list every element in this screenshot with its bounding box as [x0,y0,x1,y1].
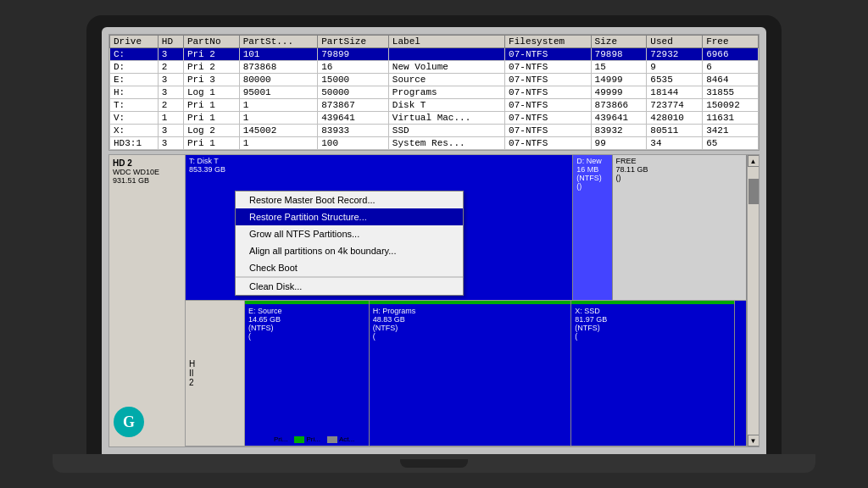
cell-partno[interactable]: Pri 2 [183,61,239,74]
cell-hd[interactable]: 3 [158,137,183,150]
partition-e[interactable]: E: Source 14.65 GB (NTFS) ( [245,301,370,446]
cell-partno[interactable]: Log 2 [183,125,239,137]
cell-label[interactable]: SSD [388,125,504,137]
cell-partno[interactable]: Pri 1 [183,112,239,125]
cell-filesystem[interactable]: 07-NTFS [505,48,592,61]
cell-partst[interactable]: 1 [239,137,318,150]
partition-x-extra: ( [575,332,731,341]
cell-used[interactable]: 80511 [647,125,703,137]
cell-size[interactable]: 14999 [591,74,647,86]
cell-hd[interactable]: 3 [158,48,183,61]
cell-partst[interactable]: 101 [239,48,318,61]
cell-drive[interactable]: C: [110,48,159,61]
menu-item[interactable]: Check Boot [236,259,463,276]
cell-hd[interactable]: 1 [158,112,183,125]
cell-drive[interactable]: HD3:1 [110,137,159,150]
cell-partsize[interactable]: 15000 [318,74,389,86]
cell-hd[interactable]: 3 [158,86,183,99]
cell-label[interactable]: Programs [388,86,504,99]
cell-partsize[interactable]: 83933 [318,125,389,137]
cell-filesystem[interactable]: 07-NTFS [505,74,592,86]
cell-free[interactable]: 11631 [703,112,759,125]
cell-used[interactable]: 723774 [647,99,703,112]
cell-partno[interactable]: Pri 2 [183,48,239,61]
cell-filesystem[interactable]: 07-NTFS [505,112,592,125]
partition-d[interactable]: D: New 16 MB (NTFS) () [573,155,612,300]
cell-partst[interactable]: 80000 [239,74,318,86]
cell-used[interactable]: 9 [647,61,703,74]
cell-free[interactable]: 8464 [703,74,759,86]
cell-partsize[interactable]: 50000 [318,86,389,99]
hd2-model: WDC WD10E [113,168,181,176]
cell-partno[interactable]: Pri 1 [183,99,239,112]
cell-free[interactable]: 65 [703,137,759,150]
cell-filesystem[interactable]: 07-NTFS [505,125,592,137]
col-used: Used [647,36,703,48]
cell-free[interactable]: 3421 [703,125,759,137]
cell-used[interactable]: 6535 [647,74,703,86]
cell-used[interactable]: 428010 [647,112,703,125]
cell-size[interactable]: 99 [591,137,647,150]
cell-label[interactable]: Disk T [388,99,504,112]
col-size: Size [591,36,647,48]
cell-partsize[interactable]: 873867 [318,99,389,112]
scroll-thumb[interactable] [748,179,759,204]
partition-d-label: D: New [576,157,608,165]
cell-used[interactable]: 18144 [647,86,703,99]
cell-label[interactable]: Source [388,74,504,86]
cell-drive[interactable]: X: [110,125,159,137]
vertical-scrollbar[interactable]: ▲ ▼ [747,155,759,446]
cell-drive[interactable]: V: [110,112,159,125]
cell-free[interactable]: 150092 [703,99,759,112]
cell-drive[interactable]: D: [110,61,159,74]
partition-h[interactable]: H: Programs 48.83 GB (NTFS) ( [370,301,572,446]
cell-partsize[interactable]: 16 [318,61,389,74]
cell-free[interactable]: 6966 [703,48,759,61]
cell-label[interactable]: Virtual Mac... [388,112,504,125]
cell-size[interactable]: 873866 [591,99,647,112]
menu-item[interactable]: Clean Disk... [236,278,463,295]
cell-drive[interactable]: T: [110,99,159,112]
cell-partno[interactable]: Log 1 [183,86,239,99]
cell-label[interactable]: New Volume [388,61,504,74]
partition-free-1[interactable]: FREE 78.11 GB () [613,155,747,300]
cell-filesystem[interactable]: 07-NTFS [505,86,592,99]
cell-filesystem[interactable]: 07-NTFS [505,137,592,150]
cell-partst[interactable]: 1 [239,112,318,125]
cell-size[interactable]: 83932 [591,125,647,137]
partition-x[interactable]: X: SSD 81.97 GB (NTFS) ( [571,301,735,446]
cell-used[interactable]: 72932 [647,48,703,61]
menu-item[interactable]: Align all partitions on 4k boundary... [236,242,463,259]
cell-free[interactable]: 31855 [703,86,759,99]
cell-size[interactable]: 49999 [591,86,647,99]
cell-filesystem[interactable]: 07-NTFS [505,99,592,112]
cell-hd[interactable]: 3 [158,74,183,86]
cell-drive[interactable]: E: [110,74,159,86]
cell-drive[interactable]: H: [110,86,159,99]
menu-item[interactable]: Restore Partition Structure... [236,208,463,225]
cell-partsize[interactable]: 79899 [318,48,389,61]
scroll-up[interactable]: ▲ [748,155,760,167]
cell-partst[interactable]: 95001 [239,86,318,99]
cell-partsize[interactable]: 100 [318,137,389,150]
cell-partno[interactable]: Pri 1 [183,137,239,150]
cell-hd[interactable]: 2 [158,99,183,112]
cell-partst[interactable]: 1 [239,99,318,112]
cell-partno[interactable]: Pri 3 [183,74,239,86]
cell-size[interactable]: 439641 [591,112,647,125]
menu-item[interactable]: Grow all NTFS Partitions... [236,225,463,242]
cell-label[interactable] [388,48,504,61]
cell-free[interactable]: 6 [703,61,759,74]
cell-label[interactable]: System Res... [388,137,504,150]
cell-partst[interactable]: 145002 [239,125,318,137]
cell-partst[interactable]: 873868 [239,61,318,74]
cell-partsize[interactable]: 439641 [318,112,389,125]
cell-size[interactable]: 79898 [591,48,647,61]
cell-hd[interactable]: 2 [158,61,183,74]
menu-item[interactable]: Restore Master Boot Record... [236,191,463,208]
cell-filesystem[interactable]: 07-NTFS [505,61,592,74]
cell-hd[interactable]: 3 [158,125,183,137]
cell-used[interactable]: 34 [647,137,703,150]
scroll-down[interactable]: ▼ [748,435,760,446]
cell-size[interactable]: 15 [591,61,647,74]
